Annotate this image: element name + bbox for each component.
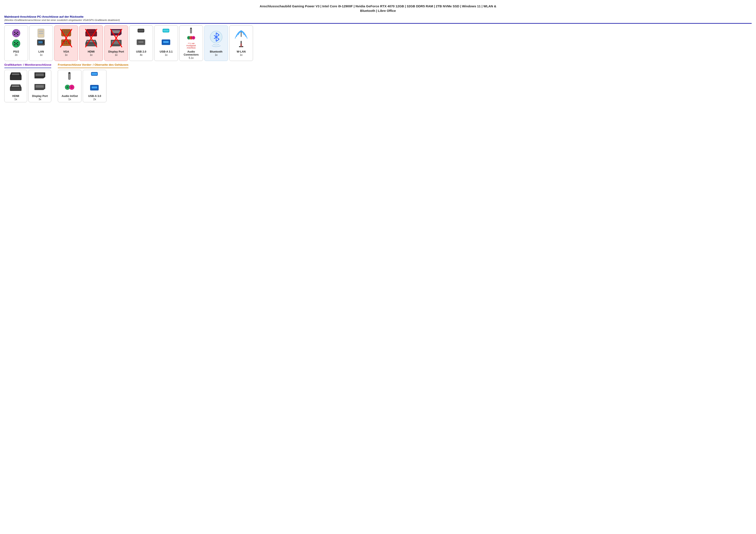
audio-icon	[184, 27, 199, 42]
audio-front-count: 1x	[68, 98, 71, 101]
svg-rect-108	[92, 87, 97, 89]
svg-rect-92	[10, 88, 21, 91]
hdmi-back-label: HDMI	[88, 50, 94, 53]
usba31-card: USB-A 3.1 1x	[154, 25, 178, 61]
front-divider	[58, 68, 128, 68]
bluetooth-image	[208, 27, 224, 49]
bottom-sections: Grafikkarten- / Monitoranschlüsse	[4, 63, 752, 103]
audio-front-image	[62, 72, 77, 93]
svg-rect-90	[12, 73, 19, 75]
ps2-count: 2x	[15, 53, 18, 57]
hdmi-gpu-image	[8, 72, 23, 93]
svg-rect-87	[240, 43, 242, 47]
bluetooth-label: Bluetooth	[210, 50, 222, 53]
svg-rect-67	[163, 30, 169, 32]
dp-back-card: Display Port 1x	[104, 25, 128, 61]
hdmi-gpu-card: HDMI 1x	[4, 70, 27, 102]
svg-point-3	[14, 34, 15, 35]
wlan-card: W-LAN 1x	[229, 25, 253, 61]
svg-point-103	[71, 86, 73, 88]
svg-point-33	[66, 34, 67, 35]
svg-point-7	[14, 42, 15, 43]
wlan-image	[233, 27, 249, 49]
svg-rect-93	[12, 86, 19, 87]
svg-point-23	[64, 30, 65, 32]
usba31-count: 1x	[165, 53, 168, 57]
bluetooth-count: 1x	[215, 53, 218, 57]
dp-back-label: Display Port	[108, 50, 124, 53]
dp-back-count: 1x	[115, 53, 118, 57]
svg-point-42	[65, 43, 65, 43]
usba30-image	[87, 72, 102, 93]
hdmi-back-image	[83, 27, 99, 49]
usba30-label: USB-A 3.0	[88, 94, 101, 98]
usba31-icon	[159, 28, 174, 48]
dp-back-icon	[109, 28, 123, 48]
svg-rect-105	[92, 73, 97, 75]
wlan-label: W-LAN	[237, 50, 245, 53]
audio-image: *7.1 mit Frontpanel Anschluss	[183, 27, 199, 49]
svg-point-28	[64, 32, 65, 33]
hdmi-gpu-label: HDMI	[12, 94, 19, 98]
svg-point-78	[193, 37, 194, 38]
dp-gpu-count: 3x	[39, 98, 41, 101]
lan-label: LAN	[39, 50, 44, 53]
audio-front-card: Audio In/Out 1x	[58, 70, 81, 102]
svg-rect-65	[138, 41, 144, 43]
svg-point-99	[69, 72, 70, 74]
usb2-label: USB 2.0	[136, 50, 146, 53]
front-header: Frontanschlüsse Vorder- / Oberseite des …	[58, 63, 128, 66]
usba31-label: USB-A 3.1	[160, 50, 173, 53]
dp-gpu-icon	[33, 72, 47, 93]
vga-image	[58, 27, 74, 49]
audio-card: *7.1 mit Frontpanel Anschluss Audio Conn…	[179, 25, 203, 61]
dp-back-image	[108, 27, 124, 49]
mainboard-subtitle: (Monitor-/Grafikkartenanschlüsse sind be…	[4, 19, 752, 21]
svg-point-4	[17, 34, 18, 35]
usba30-count: 2x	[93, 98, 96, 101]
usb2-image	[133, 27, 149, 49]
svg-point-101	[67, 86, 68, 88]
ps2-icon	[9, 28, 23, 48]
svg-point-10	[17, 44, 18, 45]
ps2-label: PS/2	[13, 50, 19, 53]
bluetooth-card: Bluetooth 1x	[204, 25, 228, 61]
svg-point-2	[17, 32, 18, 33]
dp-gpu-label: Display Port	[32, 94, 48, 98]
hdmi-gpu-count: 1x	[14, 98, 17, 101]
svg-rect-18	[40, 41, 40, 43]
front-connectors-row: Audio In/Out 1x USB-A 3.0	[58, 70, 128, 102]
svg-point-25	[68, 30, 68, 32]
svg-rect-13	[39, 31, 43, 32]
lan-image	[33, 27, 49, 49]
dp-gpu-card: Display Port 3x	[28, 70, 51, 102]
svg-point-30	[68, 32, 68, 33]
hdmi-gpu-icon	[9, 72, 23, 93]
svg-rect-97	[36, 85, 44, 88]
lan-icon	[34, 28, 48, 48]
gpu-divider	[4, 68, 51, 68]
audio-front-label: Audio In/Out	[62, 94, 78, 98]
svg-rect-19	[41, 41, 41, 43]
mainboard-header: Mainboard-Anschlüsse PC-Anschlüsse auf d…	[4, 15, 752, 18]
svg-rect-62	[138, 30, 144, 32]
hdmi-back-icon	[84, 28, 98, 48]
audio-label: Audio Connectors	[181, 50, 202, 56]
vga-label: VGA	[63, 50, 69, 53]
ps2-image	[9, 27, 24, 49]
ps2-card: PS/2 2x	[4, 25, 28, 61]
svg-point-24	[66, 30, 67, 32]
gpu-connectors-row: HDMI 1x Display Port 3x	[4, 70, 51, 102]
hdmi-back-count: 1x	[90, 53, 93, 57]
audio-count: 5.1x	[189, 57, 194, 60]
svg-rect-95	[36, 73, 44, 76]
gpu-header: Grafikkarten- / Monitoranschlüsse	[4, 63, 51, 66]
wlan-icon	[234, 28, 249, 48]
svg-point-43	[66, 43, 67, 43]
svg-rect-89	[10, 76, 21, 80]
vga-count: 1x	[65, 53, 68, 57]
svg-point-38	[66, 41, 67, 42]
back-connectors-row: PS/2 2x LAN 1x	[4, 25, 752, 61]
svg-rect-14	[39, 33, 43, 34]
svg-point-29	[66, 32, 67, 33]
